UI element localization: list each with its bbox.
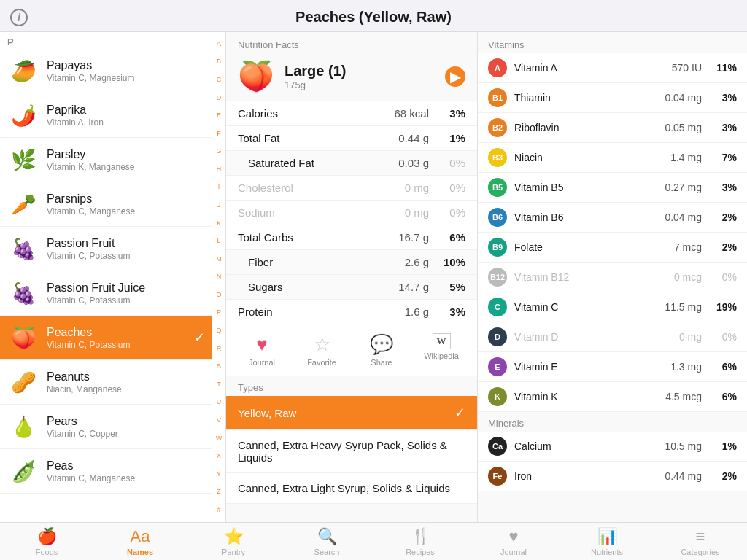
alpha-letter[interactable]: V	[217, 417, 221, 424]
alpha-letter[interactable]: P	[217, 309, 221, 316]
tab-label: Foods	[36, 548, 58, 556]
alpha-letter[interactable]: M	[216, 256, 222, 262]
nutrient-value: 68 kcal	[394, 107, 429, 120]
serving-arrow[interactable]: ▶	[445, 66, 465, 87]
vitamin-percent: 2%	[711, 211, 737, 223]
tab-item-foods[interactable]: 🍎 Foods	[0, 523, 93, 560]
list-item[interactable]: 🍐 Pears Vitamin C, Copper	[0, 405, 212, 449]
tab-label: Journal	[500, 548, 527, 556]
share-button[interactable]: 💬 Share	[360, 333, 403, 367]
tab-item-pantry[interactable]: ⭐ Pantry	[187, 523, 280, 560]
tab-item-names[interactable]: Aa Names	[93, 523, 187, 560]
type-items: Yellow, Raw✓Canned, Extra Heavy Syrup Pa…	[226, 396, 477, 504]
nutrient-value: 16.7 g	[398, 231, 429, 244]
tab-item-search[interactable]: 🔍 Search	[280, 523, 374, 560]
section-letter: P	[0, 32, 212, 49]
list-item[interactable]: 🥜 Peanuts Niacin, Manganese	[0, 360, 212, 405]
alpha-letter[interactable]: #	[217, 507, 220, 513]
alpha-letter[interactable]: J	[217, 202, 221, 209]
alpha-letter[interactable]: O	[216, 292, 221, 298]
alpha-letter[interactable]: K	[217, 220, 221, 227]
list-item[interactable]: 🍑 Peaches Vitamin C, Potassium ✓	[0, 316, 212, 360]
food-emoji: 🍐	[7, 411, 39, 443]
tab-icon: 🍎	[37, 527, 57, 546]
alpha-letter[interactable]: U	[217, 399, 222, 405]
type-item[interactable]: Yellow, Raw✓	[226, 396, 477, 430]
food-name: Parsnips	[47, 192, 205, 206]
alpha-letter[interactable]: A	[217, 41, 221, 47]
tab-item-recipes[interactable]: 🍴 Recipes	[374, 523, 467, 560]
alpha-letter[interactable]: R	[217, 346, 222, 352]
alpha-letter[interactable]: H	[217, 166, 222, 173]
nutrient-percent: 10%	[439, 256, 465, 268]
alpha-letter[interactable]: B	[217, 58, 221, 65]
alpha-letter[interactable]: T	[217, 381, 221, 388]
food-name: Peaches	[47, 326, 191, 339]
vitamins-header: Vitamins	[478, 32, 747, 53]
vitamin-value: 570 IU	[651, 62, 702, 74]
tab-item-categories[interactable]: ≡ Categories	[654, 523, 747, 560]
alpha-letter[interactable]: X	[217, 453, 221, 459]
food-sub: Vitamin A, Iron	[47, 117, 205, 128]
info-icon[interactable]: i	[10, 9, 28, 26]
journal-button[interactable]: ♥ Journal	[240, 333, 284, 367]
nutrient-row: Cholesterol 0 mg 0%	[226, 176, 477, 201]
vitamin-badge: B5	[488, 178, 507, 197]
vitamin-row: D Vitamin D 0 mg 0%	[478, 322, 747, 352]
alpha-index[interactable]: ABCDEFGHIJKLMNOPQRSTUVWXYZ#	[212, 32, 225, 522]
vitamin-name: Vitamin K	[514, 391, 651, 402]
list-item[interactable]: 🥭 Papayas Vitamin C, Magnesium	[0, 49, 212, 93]
alpha-letter[interactable]: E	[217, 112, 221, 119]
food-sub: Vitamin C, Potassium	[47, 295, 205, 306]
vitamin-row: C Vitamin C 11.5 mg 19%	[478, 292, 747, 322]
food-sub: Vitamin C, Manganese	[47, 473, 205, 483]
share-icon: 💬	[370, 333, 393, 356]
vitamin-percent: 7%	[711, 152, 737, 163]
tab-item-journal[interactable]: ♥ Journal	[467, 523, 560, 560]
vitamin-row: B9 Folate 7 mcg 2%	[478, 233, 747, 262]
vitamin-badge: K	[488, 387, 507, 406]
alpha-letter[interactable]: L	[217, 238, 220, 244]
type-item[interactable]: Canned, Extra Light Syrup, Solids & Liqu…	[226, 473, 477, 504]
list-item[interactable]: 🍇 Passion Fruit Vitamin C, Potassium	[0, 227, 212, 271]
food-info: Papayas Vitamin C, Magnesium	[47, 59, 205, 83]
heart-icon: ♥	[256, 333, 267, 356]
nutrient-value: 0.03 g	[398, 157, 429, 169]
food-info: Parsley Vitamin K, Manganese	[47, 148, 205, 172]
alpha-letter[interactable]: Y	[217, 471, 221, 478]
vitamin-badge: C	[488, 298, 507, 316]
alpha-letter[interactable]: N	[217, 273, 222, 280]
alpha-letter[interactable]: S	[217, 363, 221, 370]
vitamin-badge: B6	[488, 208, 507, 227]
vitamin-percent: 0%	[711, 331, 737, 343]
food-info: Peanuts Niacin, Manganese	[47, 370, 205, 394]
vitamin-badge: B12	[488, 268, 507, 287]
alpha-letter[interactable]: F	[217, 131, 221, 137]
list-item[interactable]: 🍇 Passion Fruit Juice Vitamin C, Potassi…	[0, 271, 212, 316]
alpha-letter[interactable]: W	[216, 435, 222, 442]
vitamin-name: Riboflavin	[514, 122, 651, 133]
wikipedia-button[interactable]: W Wikipedia	[419, 333, 463, 367]
vitamin-value: 1.4 mg	[651, 152, 702, 163]
list-item[interactable]: 🫛 Peas Vitamin C, Manganese	[0, 449, 212, 494]
tab-label: Nutrients	[591, 548, 623, 556]
alpha-letter[interactable]: Z	[217, 489, 221, 495]
list-item[interactable]: 🥕 Parsnips Vitamin C, Manganese	[0, 182, 212, 227]
tab-icon: ⭐	[224, 527, 244, 546]
vitamin-row: B12 Vitamin B12 0 mcg 0%	[478, 262, 747, 292]
alpha-letter[interactable]: G	[216, 148, 221, 155]
list-item[interactable]: 🌿 Parsley Vitamin K, Manganese	[0, 138, 212, 182]
type-item[interactable]: Canned, Extra Heavy Syrup Pack, Solids &…	[226, 430, 477, 473]
alpha-letter[interactable]: Q	[216, 327, 221, 334]
alpha-letter[interactable]: D	[217, 95, 222, 101]
alpha-letter[interactable]: C	[217, 77, 222, 83]
food-name: Parsley	[47, 148, 205, 161]
type-name: Canned, Extra Heavy Syrup Pack, Solids &…	[238, 439, 447, 464]
vitamin-row: A Vitamin A 570 IU 11%	[478, 53, 747, 83]
nutrient-percent: 3%	[439, 306, 465, 318]
list-item[interactable]: 🌶️ Paprika Vitamin A, Iron	[0, 93, 212, 138]
favorite-button[interactable]: ☆ Favorite	[300, 333, 344, 367]
alpha-letter[interactable]: I	[218, 184, 220, 190]
tab-item-nutrients[interactable]: 📊 Nutrients	[560, 523, 654, 560]
vitamin-name: Vitamin E	[514, 361, 651, 373]
